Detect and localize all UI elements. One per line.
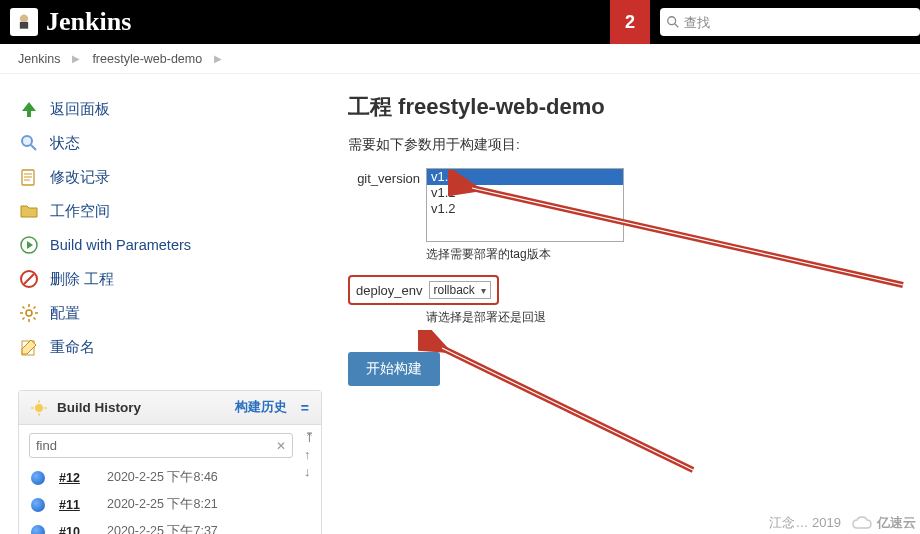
watermark-text: 江念… 2019 [769,514,841,532]
sidebar-item-delete[interactable]: 删除 工程 [18,262,322,296]
search-icon [666,15,680,29]
param-label: git_version [348,168,420,186]
clear-icon[interactable]: ✕ [276,439,286,453]
build-date: 2020-2-25 下午8:21 [107,496,218,513]
main-content: 工程 freestyle-web-demo 需要如下参数用于构建项目: git_… [340,74,920,534]
sidebar-item-status[interactable]: 状态 [18,126,322,160]
status-ball-icon [31,498,45,512]
svg-point-4 [22,136,32,146]
chevron-right-icon: ▶ [72,53,80,64]
sidebar: 返回面板 状态 修改记录 工作空间 Build with Parameters … [0,74,340,534]
cloud-icon [851,515,873,531]
no-entry-icon [18,268,40,290]
breadcrumb-item-project[interactable]: freestyle-web-demo [92,52,202,66]
status-ball-icon [31,525,45,535]
scroll-up-icon[interactable]: ↑ [304,448,315,461]
sidebar-item-label: 修改记录 [50,168,110,187]
svg-line-18 [23,307,25,309]
build-history-panel: Build History 构建历史 = ⤒ ↑ ↓ ✕ #12 [18,390,322,534]
build-history-header: Build History 构建历史 = [19,391,321,425]
svg-point-23 [35,404,43,412]
sidebar-item-label: 状态 [50,134,80,153]
build-number-link[interactable]: #10 [59,525,93,535]
svg-line-3 [675,24,679,28]
rename-icon [18,336,40,358]
watermark: 江念… 2019 亿速云 [769,514,916,532]
search-wrap [660,8,920,36]
sun-icon [31,400,47,416]
git-version-listbox[interactable]: v1.3 v1.1 v1.2 [426,168,624,242]
breadcrumb-item-jenkins[interactable]: Jenkins [18,52,60,66]
build-history-list: #12 2020-2-25 下午8:46 #11 2020-2-25 下午8:2… [29,464,311,534]
param-help-text: 选择需要部署的tag版本 [426,246,900,263]
up-arrow-icon [18,98,40,120]
collapse-toggle[interactable]: = [301,400,309,416]
svg-line-20 [23,318,25,320]
sidebar-item-label: 配置 [50,304,80,323]
gear-icon [18,302,40,324]
sidebar-item-label: Build with Parameters [50,237,191,253]
scroll-down-icon[interactable]: ↓ [304,465,315,478]
chevron-right-icon: ▶ [214,53,222,64]
param-git-version: git_version v1.3 v1.1 v1.2 [348,168,900,242]
build-date: 2020-2-25 下午7:37 [107,523,218,534]
param-label: deploy_env [356,283,423,298]
listbox-option[interactable]: v1.1 [427,185,623,201]
listbox-option[interactable]: v1.3 [427,169,623,185]
search-box[interactable] [660,8,920,36]
sidebar-item-label: 工作空间 [50,202,110,221]
build-history-trend-link[interactable]: 构建历史 [235,399,287,416]
sidebar-item-back[interactable]: 返回面板 [18,92,322,126]
magnifier-icon [18,132,40,154]
notification-badge[interactable]: 2 [610,0,650,44]
svg-rect-1 [20,22,28,29]
clock-play-icon [18,234,40,256]
build-history-search-input[interactable] [36,438,268,453]
build-number-link[interactable]: #12 [59,471,93,485]
top-bar: Jenkins 2 [0,0,920,44]
scroll-top-icon[interactable]: ⤒ [304,431,315,444]
status-ball-icon [31,471,45,485]
sidebar-menu: 返回面板 状态 修改记录 工作空间 Build with Parameters … [18,92,322,364]
breadcrumb: Jenkins ▶ freestyle-web-demo ▶ [0,44,920,74]
svg-point-0 [20,15,28,23]
svg-point-2 [668,17,676,25]
sidebar-item-workspace[interactable]: 工作空间 [18,194,322,228]
param-help-text: 请选择是部署还是回退 [426,309,900,326]
watermark-logo: 亿速云 [851,514,916,532]
chevron-down-icon: ▾ [481,285,486,296]
svg-point-13 [26,310,32,316]
sidebar-item-label: 重命名 [50,338,95,357]
notepad-icon [18,166,40,188]
svg-line-5 [31,145,36,150]
build-date: 2020-2-25 下午8:46 [107,469,218,486]
build-button[interactable]: 开始构建 [348,352,440,386]
sidebar-item-configure[interactable]: 配置 [18,296,322,330]
svg-line-21 [34,307,36,309]
build-history-body: ⤒ ↑ ↓ ✕ #12 2020-2-25 下午8:46 [19,425,321,534]
folder-icon [18,200,40,222]
param-deploy-env-highlight: deploy_env rollback ▾ [348,275,499,305]
select-value: rollback [434,283,475,297]
sidebar-item-rename[interactable]: 重命名 [18,330,322,364]
page-title: 工程 freestyle-web-demo [348,92,900,122]
sidebar-item-label: 删除 工程 [50,270,114,289]
logo-area[interactable]: Jenkins [0,7,141,37]
build-history-item[interactable]: #10 2020-2-25 下午7:37 [29,518,311,534]
deploy-env-select[interactable]: rollback ▾ [429,281,491,299]
build-history-title: Build History [57,400,225,415]
listbox-option[interactable]: v1.2 [427,201,623,217]
search-input[interactable] [684,15,914,30]
sidebar-item-label: 返回面板 [50,100,110,119]
svg-line-19 [34,318,36,320]
build-history-item[interactable]: #12 2020-2-25 下午8:46 [29,464,311,491]
sidebar-item-build-params[interactable]: Build with Parameters [18,228,322,262]
build-number-link[interactable]: #11 [59,498,93,512]
brand-title: Jenkins [46,7,131,37]
sidebar-item-changes[interactable]: 修改记录 [18,160,322,194]
build-history-item[interactable]: #11 2020-2-25 下午8:21 [29,491,311,518]
jenkins-logo-icon [10,8,38,36]
page-description: 需要如下参数用于构建项目: [348,136,900,154]
history-scroll-arrows: ⤒ ↑ ↓ [304,431,315,478]
build-history-search[interactable]: ✕ [29,433,293,458]
